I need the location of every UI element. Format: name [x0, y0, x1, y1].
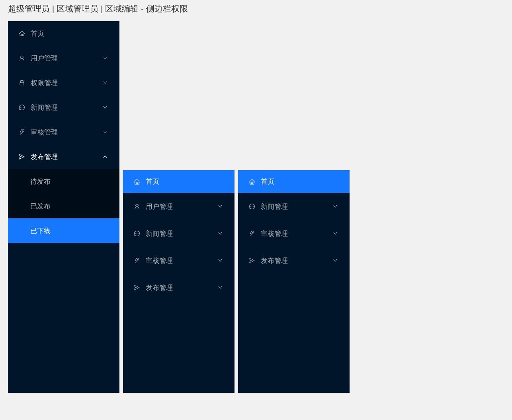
send-icon — [249, 257, 255, 264]
sidebar-item-audit-mgmt[interactable]: 审核管理 — [238, 220, 350, 247]
thunderbolt-icon — [249, 230, 255, 237]
sidebar-item-publish-mgmt[interactable]: 发布管理 — [8, 144, 119, 169]
sidebar-item-label: 审核管理 — [31, 128, 103, 137]
sidebar-item-publish-mgmt[interactable]: 发布管理 — [238, 247, 350, 274]
chevron-down-icon — [333, 204, 338, 209]
sidebar-item-user-mgmt[interactable]: 用户管理 — [123, 193, 235, 220]
sidebar-item-label: 发布管理 — [261, 256, 333, 265]
thunderbolt-icon — [134, 257, 140, 264]
sidebar-item-audit-mgmt[interactable]: 审核管理 — [8, 120, 119, 144]
sidebar-item-home[interactable]: 首页 — [238, 170, 350, 193]
chevron-down-icon — [218, 285, 223, 290]
lock-icon — [19, 80, 25, 86]
sidebar-item-user-mgmt[interactable]: 用户管理 — [8, 46, 119, 70]
message-icon — [19, 104, 25, 111]
sidebar-item-label: 首页 — [31, 29, 107, 38]
home-icon — [249, 179, 255, 185]
sidebar-item-label: 用户管理 — [146, 202, 218, 211]
sidebar-item-label: 已下线 — [30, 226, 51, 235]
sidebar-subitem-pending-publish[interactable]: 待发布 — [8, 169, 119, 194]
page-title: 超级管理员 | 区域管理员 | 区域编辑 - 侧边栏权限 — [8, 3, 512, 14]
sidebar-super-admin: 首页 用户管理 权限管理 新闻管理 — [8, 21, 119, 393]
chevron-down-icon — [333, 258, 338, 263]
sidebar-item-label: 新闻管理 — [146, 229, 218, 238]
sidebar-item-label: 待发布 — [30, 177, 51, 186]
chevron-down-icon — [218, 204, 223, 209]
home-icon — [134, 179, 140, 185]
sidebar-item-label: 新闻管理 — [31, 103, 103, 112]
message-icon — [249, 203, 255, 210]
sidebar-item-label: 审核管理 — [146, 256, 218, 265]
sidebar-subitem-offline[interactable]: 已下线 — [8, 218, 119, 243]
sidebar-item-label: 发布管理 — [31, 152, 103, 161]
send-icon — [134, 284, 140, 291]
sidebar-item-permission-mgmt[interactable]: 权限管理 — [8, 70, 119, 95]
sidebar-item-label: 发布管理 — [146, 283, 218, 292]
chevron-down-icon — [103, 80, 107, 85]
sidebar-item-audit-mgmt[interactable]: 审核管理 — [123, 247, 235, 274]
sidebar-item-news-mgmt[interactable]: 新闻管理 — [123, 220, 235, 247]
message-icon — [134, 230, 140, 237]
chevron-up-icon — [103, 154, 107, 159]
sidebar-item-home[interactable]: 首页 — [123, 170, 235, 193]
sidebar-subitem-published[interactable]: 已发布 — [8, 194, 119, 218]
sidebars-row: 首页 用户管理 权限管理 新闻管理 — [8, 21, 512, 393]
user-icon — [134, 203, 140, 210]
chevron-down-icon — [103, 105, 107, 110]
chevron-down-icon — [103, 130, 107, 134]
thunderbolt-icon — [19, 129, 25, 135]
sidebar-item-news-mgmt[interactable]: 新闻管理 — [8, 95, 119, 120]
send-icon — [19, 154, 25, 160]
sidebar-region-admin: 首页 用户管理 新闻管理 审核管理 — [123, 170, 235, 393]
chevron-down-icon — [218, 231, 223, 236]
user-icon — [19, 55, 25, 61]
sidebar-item-label: 首页 — [261, 177, 338, 186]
sidebar-item-home[interactable]: 首页 — [8, 21, 119, 46]
sidebar-region-editor: 首页 新闻管理 审核管理 发布管理 — [238, 170, 350, 393]
sidebar-item-label: 新闻管理 — [261, 202, 333, 211]
home-icon — [19, 30, 25, 37]
sidebar-item-news-mgmt[interactable]: 新闻管理 — [238, 193, 350, 220]
chevron-down-icon — [103, 56, 107, 60]
sidebar-item-label: 已发布 — [30, 202, 51, 211]
sidebar-item-label: 首页 — [146, 177, 223, 186]
chevron-down-icon — [218, 258, 223, 263]
sidebar-item-publish-mgmt[interactable]: 发布管理 — [123, 274, 235, 301]
sidebar-item-label: 用户管理 — [31, 54, 103, 63]
sidebar-item-label: 审核管理 — [261, 229, 333, 238]
sidebar-item-label: 权限管理 — [31, 78, 103, 88]
chevron-down-icon — [333, 231, 338, 236]
